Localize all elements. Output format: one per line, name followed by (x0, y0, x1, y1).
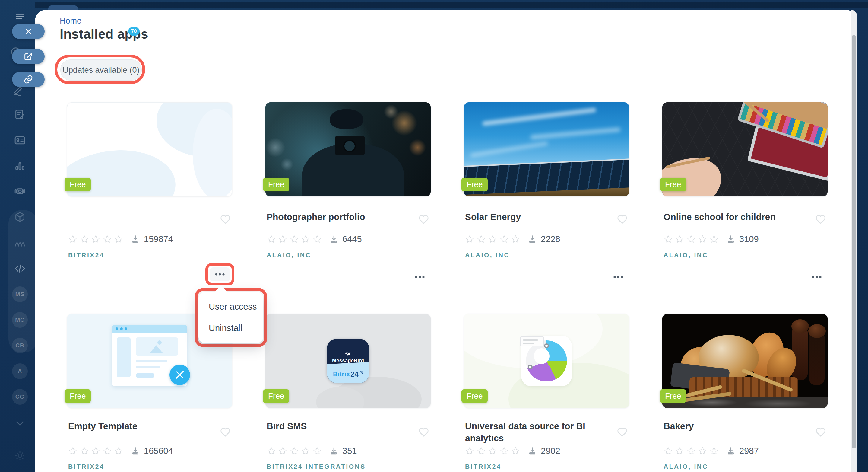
stats-row: 3109 (663, 234, 759, 244)
header-divider (35, 91, 850, 91)
hamburger-menu-icon[interactable] (13, 10, 27, 23)
sidebar-avatar[interactable]: MS (12, 286, 28, 302)
app-card-empty[interactable]: Free 159874 BITRIX24 (67, 102, 232, 284)
favorite-heart-icon[interactable] (814, 425, 827, 438)
menu-item-uninstall[interactable]: Uninstall (209, 323, 263, 333)
external-link-icon (23, 51, 33, 62)
app-image[interactable]: MessageBird Bitrix 24 (266, 314, 431, 408)
scrollbar-track[interactable] (850, 10, 857, 472)
app-image[interactable] (662, 102, 828, 197)
avatar-initials: A (18, 368, 22, 375)
card-menu-button[interactable] (807, 270, 827, 284)
favorite-heart-icon[interactable] (417, 213, 430, 225)
rating-stars[interactable] (465, 446, 520, 456)
app-title[interactable]: Bird SMS (267, 420, 399, 432)
camera-icon[interactable] (13, 185, 27, 198)
app-card-solar-energy[interactable]: Free Solar Energy 2228 ALAIO, INC (464, 102, 629, 284)
decor (343, 140, 356, 152)
app-image[interactable] (67, 102, 232, 197)
share-button[interactable] (12, 49, 44, 64)
favorite-heart-icon[interactable] (219, 425, 231, 438)
app-author[interactable]: ALAIO, INC (663, 463, 708, 470)
app-title[interactable]: Bakery (663, 420, 796, 432)
gear-icon[interactable] (13, 449, 27, 462)
decor: MessageBird (327, 338, 369, 365)
clock-icon (359, 371, 363, 375)
download-count: 2902 (541, 446, 560, 456)
code-icon[interactable] (13, 262, 27, 275)
decor (136, 360, 167, 362)
app-author[interactable]: ALAIO, INC (465, 252, 510, 259)
contact-card-icon[interactable] (13, 134, 27, 147)
decor (136, 337, 178, 355)
menu-item-user-access[interactable]: User access (209, 302, 263, 312)
decor (330, 109, 363, 129)
sidebar-avatar[interactable]: A (12, 363, 28, 379)
decor (523, 339, 538, 341)
downloads-icon (726, 446, 736, 456)
app-image[interactable] (464, 314, 629, 408)
stats-row: 351 (267, 446, 357, 456)
app-author[interactable]: ALAIO, INC (663, 252, 708, 259)
bitrix-label: Bitrix (333, 370, 350, 378)
favorite-heart-icon[interactable] (616, 425, 628, 438)
download-count: 2987 (739, 446, 759, 456)
card-menu-button[interactable] (608, 270, 628, 284)
favorite-heart-icon[interactable] (616, 213, 628, 225)
app-title[interactable]: Universal data source for BI analytics (465, 420, 598, 444)
breadcrumb[interactable]: Home (60, 16, 82, 26)
app-card-bakery[interactable]: Free Bakery 2987 ALAIO, INC (662, 314, 828, 472)
app-author[interactable]: ALAIO, INC (267, 252, 311, 259)
app-card-bi-analytics[interactable]: Free Universal data source for BI analyt… (464, 314, 629, 472)
bar-chart-icon[interactable] (13, 160, 27, 173)
decor (136, 373, 154, 378)
decor (157, 341, 162, 345)
app-title[interactable]: Online school for children (663, 211, 796, 223)
app-screen: MS MC CB A CG Home Installed apps 70 Upd… (0, 0, 868, 472)
rating-stars[interactable] (68, 235, 123, 244)
chevron-down-icon[interactable] (13, 417, 27, 430)
decor (125, 327, 127, 330)
app-image[interactable] (662, 314, 828, 408)
app-author[interactable]: BITRIX24 (465, 463, 501, 470)
app-card-bird-sms[interactable]: MessageBird Bitrix 24 Free Bird SMS 351 … (266, 314, 431, 472)
app-author[interactable]: BITRIX24 (68, 463, 104, 470)
link-button[interactable] (12, 72, 44, 87)
app-image[interactable] (266, 102, 431, 197)
card-menu-button[interactable] (410, 270, 430, 284)
market-waves-icon[interactable] (13, 236, 27, 249)
annotation-ring-menu-button (206, 263, 234, 286)
package-icon[interactable] (13, 210, 27, 224)
app-author[interactable]: BITRIX24 INTEGRATIONS (267, 463, 366, 470)
download-count: 159874 (144, 234, 173, 244)
sidebar-avatar[interactable]: MC (12, 312, 28, 328)
favorite-heart-icon[interactable] (219, 213, 231, 225)
app-title[interactable]: Solar Energy (465, 211, 598, 223)
app-title[interactable]: Photographer portfolio (267, 211, 399, 223)
sidebar-avatar[interactable]: CG (12, 389, 28, 405)
app-card-online-school[interactable]: Free Online school for children 3109 ALA… (662, 102, 828, 284)
rating-stars[interactable] (267, 446, 322, 456)
scrollbar-thumb[interactable] (852, 35, 856, 448)
app-image[interactable] (464, 102, 629, 197)
favorite-heart-icon[interactable] (814, 213, 827, 225)
rating-stars[interactable] (267, 235, 322, 244)
sidebar-avatar[interactable]: CB (12, 338, 28, 353)
decor (534, 348, 550, 364)
document-edit-icon[interactable] (13, 108, 27, 121)
rating-stars[interactable] (663, 235, 719, 244)
favorite-heart-icon[interactable] (417, 425, 430, 438)
rating-stars[interactable] (663, 446, 719, 456)
app-card-photographer-portfolio[interactable]: Free Photographer portfolio 6445 ALAIO, … (266, 102, 431, 284)
rating-stars[interactable] (465, 235, 520, 244)
stats-row: 6445 (267, 234, 362, 244)
app-author[interactable]: BITRIX24 (68, 252, 104, 259)
decor (523, 343, 534, 344)
decor (136, 366, 160, 368)
downloads-icon (131, 235, 140, 244)
rating-stars[interactable] (68, 446, 123, 456)
downloads-icon (329, 446, 339, 456)
close-button[interactable] (12, 24, 44, 39)
app-title[interactable]: Empty Template (68, 420, 201, 432)
price-badge: Free (263, 178, 289, 191)
